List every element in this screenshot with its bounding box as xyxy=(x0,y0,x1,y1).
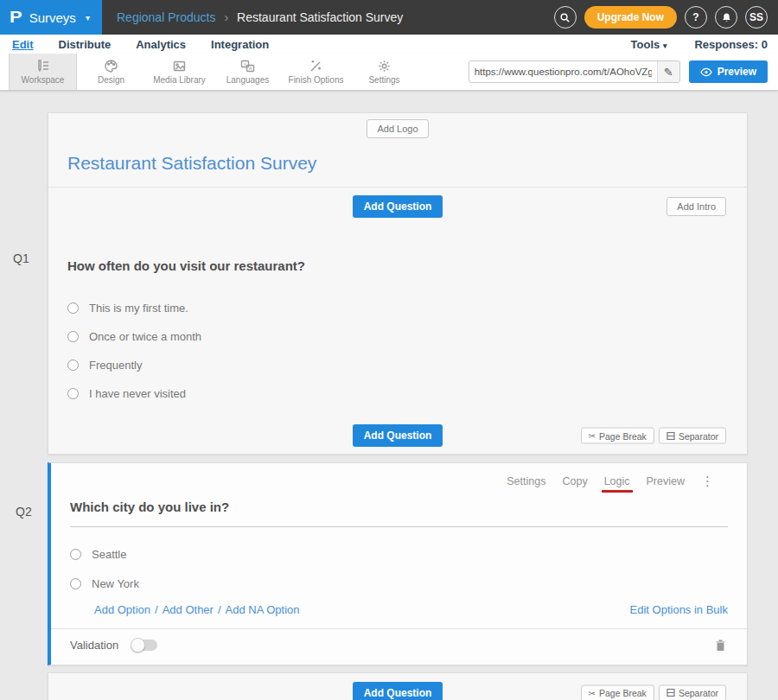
option-label[interactable]: New York xyxy=(92,577,139,590)
radio-button[interactable] xyxy=(67,360,79,371)
radio-button[interactable] xyxy=(67,302,79,314)
add-question-row: Add Question Add Intro xyxy=(48,188,747,226)
option-row: Seattle xyxy=(70,539,728,569)
tab-integration[interactable]: Integration xyxy=(211,38,269,51)
breadcrumb-separator: › xyxy=(224,10,228,24)
edit-url-button[interactable]: ✎ xyxy=(657,61,679,82)
tools-menu[interactable]: Tools ▾ xyxy=(631,38,667,51)
help-button[interactable]: ? xyxy=(685,6,707,29)
option-row: New York xyxy=(70,569,728,598)
breadcrumb-current: Restaurant Satisfaction Survey xyxy=(237,10,403,24)
notifications-button[interactable] xyxy=(715,6,737,29)
questionpro-logo-icon: P xyxy=(10,8,22,27)
palette-icon xyxy=(104,59,118,73)
add-question-button[interactable]: Add Question xyxy=(353,424,443,447)
svg-text:x: x xyxy=(244,61,246,67)
link-separator: / xyxy=(218,603,221,616)
question-number-q1: Q1 xyxy=(13,251,29,265)
responses-count: Responses: 0 xyxy=(694,38,768,51)
question-settings-button[interactable]: Settings xyxy=(507,475,545,487)
toolbar-design[interactable]: Design xyxy=(77,54,145,90)
question-logic-button[interactable]: Logic xyxy=(604,475,630,487)
page-break-button[interactable]: ✂Page Break xyxy=(581,428,654,444)
add-other-link[interactable]: Add Other xyxy=(163,603,214,616)
top-header: P Surveys ▾ Regional Products › Restaura… xyxy=(0,0,778,35)
radio-button[interactable] xyxy=(70,578,81,589)
edit-options-in-bulk-link[interactable]: Edit Options in Bulk xyxy=(630,603,728,616)
add-question-button[interactable]: Add Question xyxy=(353,195,443,218)
question-number-q2: Q2 xyxy=(16,505,32,519)
option-label[interactable]: Once or twice a month xyxy=(89,330,201,343)
toolbar-settings[interactable]: Settings xyxy=(350,54,418,90)
option-label[interactable]: Frequently xyxy=(89,359,142,372)
product-switcher[interactable]: P Surveys ▾ xyxy=(0,0,102,35)
question-text: Which city do you live in? xyxy=(70,500,229,514)
trash-icon xyxy=(715,639,726,652)
magic-wand-icon xyxy=(309,59,323,73)
search-button[interactable] xyxy=(554,6,577,29)
tab-edit[interactable]: Edit xyxy=(12,38,34,51)
option-row: Once or twice a month xyxy=(67,322,728,351)
survey-title[interactable]: Restaurant Satisfaction Survey xyxy=(67,153,747,174)
survey-canvas: Add Logo Restaurant Satisfaction Survey … xyxy=(0,91,778,700)
separator-button[interactable]: Separator xyxy=(659,684,726,700)
main-nav: Edit Distribute Analytics Integration To… xyxy=(0,35,778,54)
question-text[interactable]: How often do you visit our restaurant? xyxy=(67,258,728,273)
question-copy-button[interactable]: Copy xyxy=(562,475,587,487)
toolbar-finish-options[interactable]: Finish Options xyxy=(282,54,350,90)
gear-icon xyxy=(377,59,392,73)
breadcrumb: Regional Products › Restaurant Satisfact… xyxy=(117,10,403,24)
option-label[interactable]: Seattle xyxy=(92,548,126,561)
option-list: This is my first time. Once or twice a m… xyxy=(67,294,728,408)
add-option-link[interactable]: Add Option xyxy=(94,603,150,616)
scissors-icon: ✂ xyxy=(589,431,596,441)
question-preview-button[interactable]: Preview xyxy=(647,475,685,487)
tab-distribute[interactable]: Distribute xyxy=(59,38,112,51)
add-question-row: Add Question ✂Page Break Separator xyxy=(48,673,747,700)
separator-icon xyxy=(666,689,675,697)
option-label[interactable]: This is my first time. xyxy=(89,302,188,315)
add-logo-button[interactable]: Add Logo xyxy=(367,119,428,138)
kebab-menu-icon[interactable]: ⋮ xyxy=(701,474,714,487)
pencil-icon: ✎ xyxy=(664,66,673,79)
link-separator: / xyxy=(155,603,158,616)
survey-url-box: ✎ xyxy=(469,60,680,83)
avatar[interactable]: SS xyxy=(745,6,768,29)
chevron-down-icon: ▾ xyxy=(86,13,90,22)
preview-button[interactable]: Preview xyxy=(689,60,768,83)
validation-toggle[interactable] xyxy=(131,640,157,651)
question-text-field[interactable]: Which city do you live in? xyxy=(70,500,728,527)
add-intro-button[interactable]: Add Intro xyxy=(666,197,726,216)
svg-text:A: A xyxy=(249,66,252,71)
chevron-down-icon: ▾ xyxy=(663,41,667,50)
tab-analytics[interactable]: Analytics xyxy=(136,38,186,51)
separator-button[interactable]: Separator xyxy=(659,428,726,444)
toolbar-media-library[interactable]: Media Library xyxy=(145,54,214,90)
survey-header-block: Add Logo Restaurant Satisfaction Survey … xyxy=(48,112,748,455)
radio-button[interactable] xyxy=(67,331,79,342)
option-list: Seattle New York xyxy=(70,539,728,598)
option-row: This is my first time. xyxy=(67,294,728,322)
option-label[interactable]: I have never visited xyxy=(89,387,186,400)
question-action-menu: Settings Copy Logic Preview ⋮ xyxy=(507,474,714,487)
radio-button[interactable] xyxy=(67,388,79,399)
translate-icon: xA xyxy=(240,59,255,73)
header-actions: Upgrade Now ? SS xyxy=(554,6,778,29)
radio-button[interactable] xyxy=(70,549,81,560)
add-na-option-link[interactable]: Add NA Option xyxy=(226,603,300,616)
delete-question-button[interactable] xyxy=(715,639,726,652)
option-row: Frequently xyxy=(67,351,728,379)
bell-icon xyxy=(721,12,732,23)
upgrade-now-button[interactable]: Upgrade Now xyxy=(584,6,677,29)
nav-right: Tools ▾ Responses: 0 xyxy=(631,38,768,51)
toolbar-right: ✎ Preview xyxy=(469,54,778,90)
survey-url-input[interactable] xyxy=(469,67,657,77)
toolbar-languages[interactable]: xA Languages xyxy=(214,54,282,90)
image-icon xyxy=(172,59,187,73)
page-break-button[interactable]: ✂Page Break xyxy=(581,684,654,700)
option-row: I have never visited xyxy=(67,379,728,408)
breadcrumb-parent-link[interactable]: Regional Products xyxy=(117,10,215,24)
add-question-button[interactable]: Add Question xyxy=(353,682,443,700)
validation-row: Validation xyxy=(51,629,747,652)
toolbar-workspace[interactable]: Workspace xyxy=(9,54,77,90)
